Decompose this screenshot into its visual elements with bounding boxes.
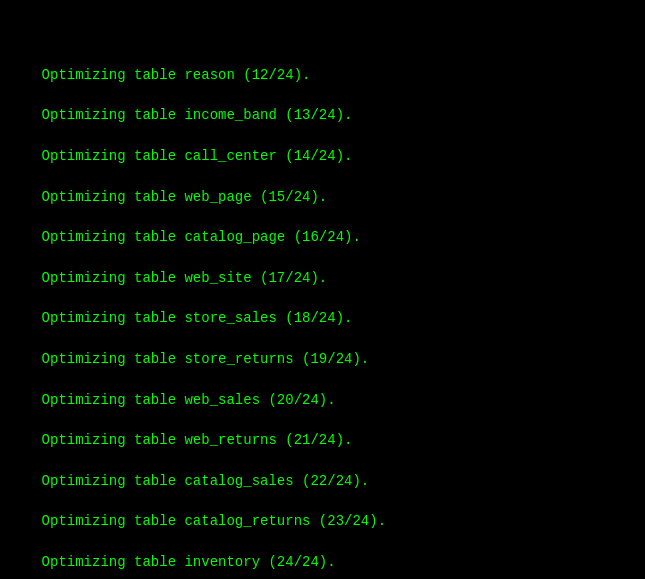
line-12: Optimizing table catalog_returns (23/24)… — [42, 513, 386, 529]
line-3: Optimizing table call_center (14/24). — [42, 148, 353, 164]
line-7: Optimizing table store_sales (18/24). — [42, 310, 353, 326]
line-11: Optimizing table catalog_sales (22/24). — [42, 473, 370, 489]
line-2: Optimizing table income_band (13/24). — [42, 107, 353, 123]
line-8: Optimizing table store_returns (19/24). — [42, 351, 370, 367]
line-1: Optimizing table reason (12/24). — [42, 67, 311, 83]
line-13: Optimizing table inventory (24/24). — [42, 554, 336, 570]
line-9: Optimizing table web_sales (20/24). — [42, 392, 336, 408]
terminal-output: Optimizing table reason (12/24). Optimiz… — [8, 4, 637, 579]
line-6: Optimizing table web_site (17/24). — [42, 270, 328, 286]
line-10: Optimizing table web_returns (21/24). — [42, 432, 353, 448]
terminal-lines: Optimizing table reason (12/24). Optimiz… — [8, 45, 637, 579]
line-5: Optimizing table catalog_page (16/24). — [42, 229, 361, 245]
line-4: Optimizing table web_page (15/24). — [42, 189, 328, 205]
